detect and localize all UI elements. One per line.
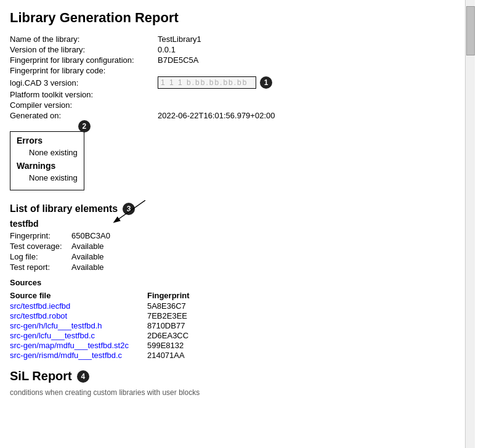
fingerprint-detail-label: Fingerprint: (10, 231, 71, 240)
info-row-generated: Generated on: 2022-06-22T16:01:56.979+02… (10, 111, 453, 120)
table-row: src-gen/h/lcfu___testfbd.h8710DB77 (10, 321, 214, 331)
sources-title: Sources (10, 278, 453, 287)
svg-line-1 (115, 200, 145, 222)
source-file-cell[interactable]: src-gen/h/lcfu___testfbd.h (10, 321, 147, 331)
log-file-value: Available (71, 252, 104, 261)
test-report-label: Test report: (10, 263, 71, 272)
fingerprint-cell: 7EB2E3EE (147, 311, 214, 321)
warnings-title: Warnings (17, 161, 78, 171)
col-source-file: Source file (10, 291, 147, 301)
errors-warnings-box: Errors None existing Warnings None exist… (10, 131, 84, 190)
info-row-library-name: Name of the library: TestLibrary1 (10, 35, 453, 44)
test-coverage-label: Test coverage: (10, 242, 71, 251)
library-version-label: Version of the library: (10, 45, 158, 54)
badge-4: 4 (77, 370, 89, 383)
source-file-cell[interactable]: src-gen/map/mdfu___testfbd.st2c (10, 341, 147, 351)
main-content: Library Generation Report Name of the li… (0, 0, 465, 448)
fingerprint-cell: 5A8E36C7 (147, 301, 214, 311)
fingerprint-cell: 599E8132 (147, 341, 214, 351)
table-row: src-gen/map/mdfu___testfbd.st2c599E8132 (10, 341, 214, 351)
sil-report-title-text: SiL Report (10, 369, 72, 383)
sources-section: Sources Source file Fingerprint src/test… (10, 278, 453, 360)
compiler-label: Compiler version: (10, 100, 158, 110)
sources-table: Source file Fingerprint src/testfbd.iecf… (10, 291, 214, 360)
logi-cad-label: logi.CAD 3 version: (10, 78, 158, 88)
source-file-cell[interactable]: src-gen/lcfu___testfbd.c (10, 331, 147, 341)
fingerprint-config-label: Fingerprint for library configuration: (10, 55, 158, 65)
log-file-label: Log file: (10, 252, 71, 261)
detail-row-log-file: Log file: Available (10, 252, 453, 261)
fingerprint-detail-value: 650BC3A0 (71, 231, 110, 240)
sil-report-title: SiL Report 4 (10, 369, 453, 383)
element-name: testfbd (10, 219, 453, 229)
test-report-value: Available (71, 263, 104, 272)
detail-table: Fingerprint: 650BC3A0 Test coverage: Ava… (10, 231, 453, 272)
logi-cad-row: logi.CAD 3 version: 1 (10, 76, 453, 89)
page-title: Library Generation Report (10, 10, 453, 26)
errors-none: None existing (29, 148, 78, 157)
fingerprint-code-label: Fingerprint for library code: (10, 66, 158, 75)
sources-table-body: src/testfbd.iecfbd5A8E36C7src/testfbd.ro… (10, 301, 214, 360)
scrollbar-thumb[interactable] (466, 6, 475, 55)
info-row-compiler: Compiler version: (10, 100, 453, 110)
errors-title: Errors (17, 136, 78, 145)
library-elements-title-text: List of library elements (10, 203, 118, 214)
generated-value: 2022-06-22T16:01:56.979+02:00 (158, 111, 275, 120)
source-file-cell[interactable]: src/testfbd.robot (10, 311, 147, 321)
table-row: src-gen/rismd/mdfu___testfbd.c214071AA (10, 351, 214, 360)
info-table: Name of the library: TestLibrary1 Versio… (10, 35, 453, 120)
library-name-label: Name of the library: (10, 35, 158, 44)
library-elements-section-title: List of library elements 3 (10, 203, 453, 215)
detail-row-test-coverage: Test coverage: Available (10, 242, 453, 251)
fingerprint-cell: 8710DB77 (147, 321, 214, 331)
arrow-svg (108, 200, 158, 225)
detail-row-fingerprint: Fingerprint: 650BC3A0 (10, 231, 453, 240)
generated-label: Generated on: (10, 111, 158, 120)
test-coverage-value: Available (71, 242, 104, 251)
page-container: Library Generation Report Name of the li… (0, 0, 481, 448)
info-row-fingerprint-config: Fingerprint for library configuration: B… (10, 55, 453, 65)
fingerprint-cell: 214071AA (147, 351, 214, 360)
badge-1: 1 (260, 76, 272, 89)
col-fingerprint: Fingerprint (147, 291, 214, 301)
source-file-cell[interactable]: src-gen/rismd/mdfu___testfbd.c (10, 351, 147, 360)
library-name-value: TestLibrary1 (158, 35, 201, 44)
element-name-text: testfbd (10, 219, 39, 229)
badge-2: 2 (78, 120, 91, 132)
table-row: src-gen/lcfu___testfbd.c2D6EA3CC (10, 331, 214, 341)
info-row-fingerprint-code: Fingerprint for library code: (10, 66, 453, 75)
bottom-text: conditions when creating custom librarie… (10, 388, 453, 397)
errors-warnings-wrapper: Errors None existing Warnings None exist… (10, 126, 84, 197)
library-version-value: 0.0.1 (158, 45, 176, 54)
sources-table-header: Source file Fingerprint (10, 291, 214, 301)
info-row-platform: Platform toolkit version: (10, 90, 453, 99)
detail-row-test-report: Test report: Available (10, 263, 453, 272)
logi-cad-input[interactable] (158, 76, 256, 89)
source-file-cell[interactable]: src/testfbd.iecfbd (10, 301, 147, 311)
info-row-library-version: Version of the library: 0.0.1 (10, 45, 453, 54)
fingerprint-cell: 2D6EA3CC (147, 331, 214, 341)
fingerprint-config-value: B7DE5C5A (158, 55, 198, 65)
platform-toolkit-label: Platform toolkit version: (10, 90, 158, 99)
table-row: src/testfbd.iecfbd5A8E36C7 (10, 301, 214, 311)
scrollbar[interactable] (465, 0, 475, 448)
testfbd-element: testfbd (10, 219, 453, 229)
warnings-none: None existing (29, 173, 78, 182)
table-row: src/testfbd.robot7EB2E3EE (10, 311, 214, 321)
